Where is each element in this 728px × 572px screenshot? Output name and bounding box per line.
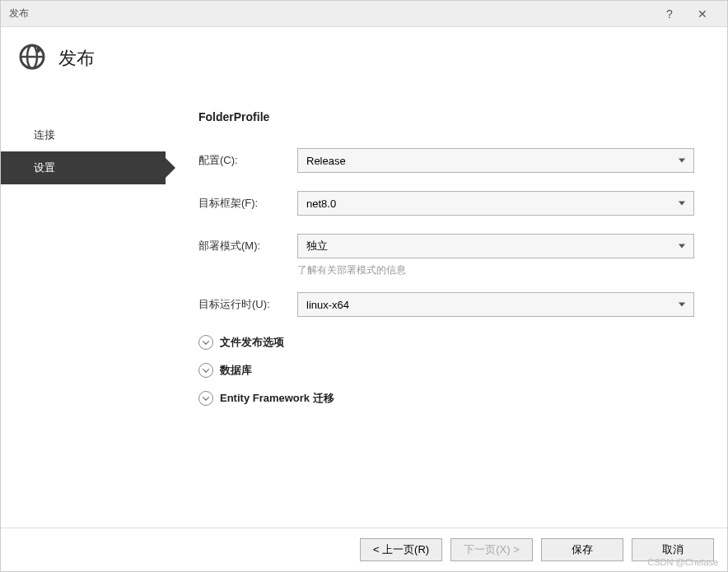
expander-label: Entity Framework 迁移 (220, 391, 334, 406)
expander-label: 数据库 (220, 363, 252, 378)
select-value: net8.0 (306, 198, 336, 210)
next-button: 下一页(X) > (450, 538, 533, 561)
cancel-button[interactable]: 取消 (632, 538, 714, 561)
select-target-framework[interactable]: net8.0 (297, 191, 694, 216)
label-configuration: 配置(C): (198, 153, 297, 168)
deployment-mode-hint[interactable]: 了解有关部署模式的信息 (297, 263, 694, 277)
select-value: Release (306, 155, 346, 167)
save-button[interactable]: 保存 (541, 538, 623, 561)
publish-globe-icon (17, 42, 47, 74)
label-target-framework: 目标框架(F): (198, 196, 297, 211)
help-button[interactable]: ? (653, 7, 686, 21)
select-target-runtime[interactable]: linux-x64 (297, 292, 694, 317)
content-area: 连接 设置 FolderProfile 配置(C): Release 目标框架(… (1, 86, 727, 528)
page-title: 发布 (58, 46, 95, 71)
sidebar-item-label: 设置 (34, 161, 55, 174)
chevron-down-icon (198, 391, 213, 406)
sidebar: 连接 设置 (1, 86, 166, 528)
main-panel: FolderProfile 配置(C): Release 目标框架(F): ne… (166, 86, 727, 528)
close-button[interactable]: ✕ (686, 7, 719, 21)
label-target-runtime: 目标运行时(U): (198, 297, 297, 312)
expander-database[interactable]: 数据库 (198, 363, 694, 378)
sidebar-item-connection[interactable]: 连接 (1, 119, 166, 151)
sidebar-item-label: 连接 (34, 128, 55, 141)
label-deployment-mode: 部署模式(M): (198, 239, 297, 253)
select-configuration[interactable]: Release (297, 148, 694, 173)
sidebar-item-settings[interactable]: 设置 (1, 151, 166, 184)
dialog-header: 发布 (1, 27, 727, 86)
chevron-down-icon (198, 363, 213, 378)
chevron-down-icon (198, 335, 213, 350)
row-deployment-mode: 部署模式(M): 独立 (198, 234, 694, 258)
titlebar: 发布 ? ✕ (1, 1, 727, 27)
dialog-footer: < 上一页(R) 下一页(X) > 保存 取消 (1, 528, 727, 571)
expander-label: 文件发布选项 (220, 335, 284, 350)
prev-button[interactable]: < 上一页(R) (360, 538, 442, 561)
select-deployment-mode[interactable]: 独立 (297, 234, 694, 258)
row-target-framework: 目标框架(F): net8.0 (198, 191, 694, 216)
row-target-runtime: 目标运行时(U): linux-x64 (198, 292, 694, 317)
row-configuration: 配置(C): Release (198, 148, 694, 173)
expander-ef-migrations[interactable]: Entity Framework 迁移 (198, 391, 694, 406)
profile-title: FolderProfile (198, 110, 694, 123)
expander-file-publish-options[interactable]: 文件发布选项 (198, 335, 694, 350)
select-value: linux-x64 (306, 299, 349, 311)
window-title: 发布 (9, 7, 29, 21)
select-value: 独立 (306, 239, 328, 253)
